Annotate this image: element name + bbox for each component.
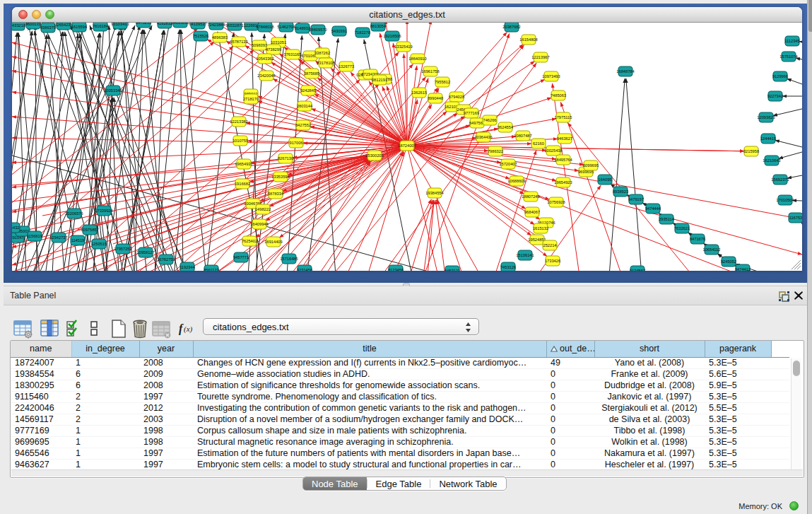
svg-text:10654112: 10654112	[703, 247, 721, 252]
svg-text:0812191: 0812191	[372, 78, 387, 82]
svg-text:16961758: 16961758	[421, 69, 439, 74]
svg-text:17010504: 17010504	[776, 198, 794, 202]
svg-text:2935114: 2935114	[659, 217, 674, 221]
svg-text:12942737: 12942737	[49, 235, 67, 240]
svg-text:746266: 746266	[483, 118, 497, 122]
svg-text:164095: 164095	[599, 177, 612, 182]
svg-text:10756928: 10756928	[547, 200, 565, 204]
svg-text:8471676: 8471676	[690, 237, 705, 241]
svg-text:10973493: 10973493	[542, 74, 560, 78]
svg-text:19654937: 19654937	[235, 162, 252, 166]
svg-text:1010755: 1010755	[233, 139, 248, 143]
svg-text:64139537: 64139537	[189, 23, 206, 26]
svg-text:7485063: 7485063	[551, 93, 566, 98]
svg-text:7986322: 7986322	[488, 149, 503, 153]
svg-text:4192832: 4192832	[157, 23, 172, 25]
svg-text:(x): (x)	[184, 325, 193, 334]
svg-text:8386379: 8386379	[40, 25, 56, 30]
svg-text:20364436: 20364436	[474, 135, 492, 139]
svg-text:1615132: 1615132	[533, 226, 548, 230]
svg-text:20053346: 20053346	[104, 88, 122, 93]
svg-text:1112345: 1112345	[784, 39, 799, 43]
svg-text:96532871: 96532871	[225, 23, 243, 28]
svg-text:17975115: 17975115	[555, 115, 572, 119]
svg-text:15692371: 15692371	[771, 177, 789, 182]
svg-text:8938923: 8938923	[613, 189, 628, 194]
svg-text:6475255: 6475255	[136, 23, 151, 25]
svg-text:5430391: 5430391	[331, 29, 347, 33]
svg-text:16210643: 16210643	[763, 158, 780, 163]
svg-text:114519: 114519	[71, 238, 85, 243]
svg-text:28809570: 28809570	[309, 28, 326, 32]
svg-text:20206576: 20206576	[65, 211, 83, 216]
svg-text:9457771: 9457771	[233, 255, 249, 259]
svg-text:10975857: 10975857	[81, 228, 98, 232]
svg-text:4896383: 4896383	[212, 35, 228, 40]
svg-text:8427552: 8427552	[295, 123, 311, 127]
svg-text:10807487: 10807487	[514, 134, 531, 138]
svg-text:9245052: 9245052	[721, 259, 736, 264]
svg-text:1192344: 1192344	[180, 265, 195, 269]
svg-text:1326773: 1326773	[339, 64, 354, 69]
svg-text:3387262: 3387262	[314, 51, 330, 55]
svg-text:9134567: 9134567	[630, 269, 645, 271]
svg-text:18724007: 18724007	[398, 144, 416, 148]
svg-text:252214: 252214	[543, 243, 557, 247]
svg-text:2803144: 2803144	[297, 104, 312, 108]
svg-text:1156819: 1156819	[27, 234, 42, 238]
svg-text:12213382: 12213382	[230, 119, 247, 124]
svg-text:16782759: 16782759	[157, 257, 175, 262]
svg-text:20387682: 20387682	[502, 25, 520, 29]
svg-text:6099695: 6099695	[583, 163, 599, 168]
svg-text:12093823: 12093823	[757, 115, 775, 119]
svg-text:9231456: 9231456	[297, 268, 312, 271]
svg-text:93103413: 93103413	[111, 23, 129, 26]
svg-text:5098393: 5098393	[252, 43, 267, 47]
svg-text:25300203: 25300203	[365, 153, 383, 158]
svg-text:15720407: 15720407	[499, 162, 517, 166]
svg-text:7955812: 7955812	[435, 80, 450, 84]
svg-text:8123456: 8123456	[388, 268, 404, 271]
svg-text:15751074: 15751074	[779, 54, 797, 59]
svg-text:5878334: 5878334	[268, 192, 283, 196]
svg-text:10688609: 10688609	[507, 179, 525, 183]
svg-text:73178108: 73178108	[317, 61, 334, 65]
svg-text:8561123: 8561123	[204, 268, 219, 271]
svg-text:10958127: 10958127	[136, 250, 154, 255]
svg-text:13353594: 13353594	[271, 175, 289, 179]
svg-text:97848018: 97848018	[256, 25, 273, 29]
svg-text:37631165: 37631165	[284, 52, 302, 57]
svg-text:51462704: 51462704	[277, 25, 295, 29]
svg-text:16848784: 16848784	[616, 69, 634, 74]
svg-text:3215958: 3215958	[743, 149, 759, 153]
svg-text:72423884: 72423884	[207, 23, 225, 27]
svg-text:19218506: 19218506	[383, 34, 401, 38]
svg-text:16154808: 16154808	[519, 37, 537, 42]
svg-text:18640910: 18640910	[408, 57, 426, 61]
svg-text:65787133: 65787133	[230, 40, 247, 44]
svg-text:3624554: 3624554	[498, 125, 513, 129]
svg-text:10025438: 10025438	[544, 148, 562, 153]
svg-text:17957253: 17957253	[114, 247, 131, 251]
svg-text:7625402: 7625402	[242, 239, 257, 243]
svg-text:1250515: 1250515	[91, 242, 107, 246]
svg-text:15716485: 15716485	[280, 257, 298, 261]
svg-text:1916682: 1916682	[235, 182, 250, 186]
svg-text:917006: 917006	[290, 141, 303, 145]
svg-text:7816184: 7816184	[93, 24, 108, 28]
svg-text:4738299: 4738299	[266, 47, 281, 52]
svg-text:7182278: 7182278	[355, 30, 370, 35]
svg-text:9684067: 9684067	[524, 210, 540, 214]
svg-text:9242845: 9242845	[300, 88, 316, 93]
svg-text:2718170: 2718170	[243, 97, 259, 101]
svg-text:8148932: 8148932	[295, 26, 310, 30]
svg-text:18495764: 18495764	[554, 158, 572, 162]
svg-text:7632621: 7632621	[674, 226, 690, 230]
svg-text:6479197: 6479197	[628, 197, 644, 201]
svg-text:1362615: 1362615	[411, 90, 427, 95]
svg-text:62160: 62160	[533, 141, 544, 146]
svg-text:6453121: 6453121	[445, 269, 460, 271]
svg-text:0433218: 0433218	[12, 23, 25, 28]
svg-text:1733426: 1733426	[545, 259, 560, 263]
svg-text:9777169: 9777169	[464, 111, 479, 115]
